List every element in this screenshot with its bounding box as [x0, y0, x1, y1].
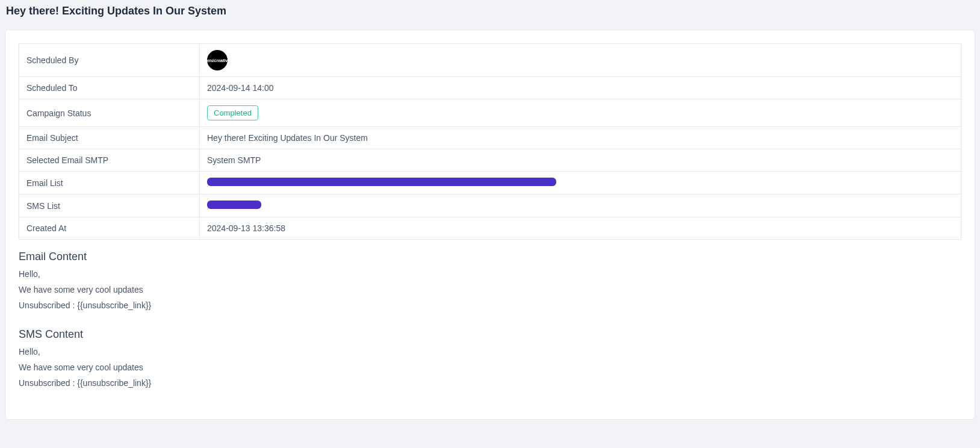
table-row: Created At 2024-09-13 13:36:58: [19, 217, 961, 240]
table-row: Email List: [19, 172, 961, 194]
sms-content-heading: SMS Content: [19, 328, 961, 341]
redacted-icon: [207, 201, 261, 209]
avatar: senzcreative: [207, 50, 228, 70]
detail-table: Scheduled By senzcreative Scheduled To 2…: [19, 43, 961, 240]
label-created-at: Created At: [19, 217, 200, 240]
label-campaign-status: Campaign Status: [19, 99, 200, 127]
email-line: Unsubscribed : {{unsubscribe_link}}: [19, 300, 961, 310]
email-content-heading: Email Content: [19, 250, 961, 263]
table-row: Selected Email SMTP System SMTP: [19, 149, 961, 172]
status-badge: Completed: [207, 105, 258, 120]
table-row: Campaign Status Completed: [19, 99, 961, 127]
email-line: Hello,: [19, 269, 961, 279]
value-scheduled-by: senzcreative: [200, 44, 961, 77]
value-sms-list: [200, 194, 961, 217]
page-title: Hey there! Exciting Updates In Our Syste…: [5, 5, 975, 17]
table-row: SMS List: [19, 194, 961, 217]
table-row: Scheduled By senzcreative: [19, 44, 961, 77]
table-row: Scheduled To 2024-09-14 14:00: [19, 77, 961, 99]
value-created-at: 2024-09-13 13:36:58: [200, 217, 961, 240]
value-selected-smtp: System SMTP: [200, 149, 961, 172]
table-row: Email Subject Hey there! Exciting Update…: [19, 127, 961, 149]
value-email-list: [200, 172, 961, 194]
value-email-subject: Hey there! Exciting Updates In Our Syste…: [200, 127, 961, 149]
label-scheduled-to: Scheduled To: [19, 77, 200, 99]
email-line: We have some very cool updates: [19, 285, 961, 294]
label-email-subject: Email Subject: [19, 127, 200, 149]
sms-content-block: Hello, We have some very cool updates Un…: [19, 347, 961, 388]
campaign-detail-card: Scheduled By senzcreative Scheduled To 2…: [5, 30, 975, 420]
value-scheduled-to: 2024-09-14 14:00: [200, 77, 961, 99]
sms-line: We have some very cool updates: [19, 362, 961, 372]
label-scheduled-by: Scheduled By: [19, 44, 200, 77]
label-sms-list: SMS List: [19, 194, 200, 217]
label-selected-smtp: Selected Email SMTP: [19, 149, 200, 172]
value-campaign-status: Completed: [200, 99, 961, 127]
label-email-list: Email List: [19, 172, 200, 194]
sms-line: Hello,: [19, 347, 961, 356]
email-content-block: Hello, We have some very cool updates Un…: [19, 269, 961, 310]
redacted-icon: [207, 178, 556, 186]
sms-line: Unsubscribed : {{unsubscribe_link}}: [19, 378, 961, 388]
